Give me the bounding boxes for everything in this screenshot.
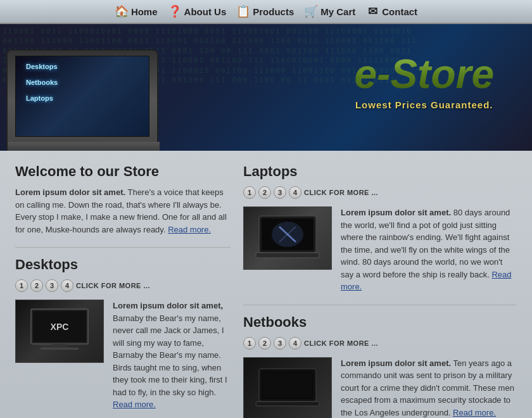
desktops-click-more[interactable]: Click for more ... bbox=[76, 282, 150, 289]
netbooks-click-more[interactable]: Click for more ... bbox=[304, 339, 378, 347]
welcome-body-bold: Lorem ipsum dolor sit amet. bbox=[15, 187, 125, 197]
nav-contact[interactable]: ✉ Contact bbox=[365, 4, 417, 18]
desktops-product-body: Barnaby the Bear's my name, never call m… bbox=[113, 314, 227, 397]
netbooks-product-bold: Lorem ipsum dolor sit amet. bbox=[341, 358, 451, 368]
cart-icon: 🛒 bbox=[304, 4, 318, 18]
hero-menu-laptops: Laptops bbox=[26, 94, 53, 102]
laptops-click-more[interactable]: Click for more ... bbox=[304, 189, 378, 196]
netbooks-title: Netbooks bbox=[243, 314, 517, 331]
laptops-section: Laptops 1 2 3 4 Click for more ... bbox=[243, 163, 517, 293]
products-icon: 📋 bbox=[236, 4, 250, 18]
nav-products[interactable]: 📋 Products bbox=[236, 4, 294, 18]
netbooks-section: Netbooks 1 2 3 4 Click for more ... bbox=[243, 314, 517, 419]
hero-banner: 110001 0011 1100010001 0000 11111000 001… bbox=[0, 24, 532, 151]
store-name: e-Store bbox=[355, 54, 495, 94]
left-column: Welcome to our Store Lorem ipsum dolor s… bbox=[15, 163, 231, 418]
nav-products-label: Products bbox=[253, 6, 294, 17]
laptops-product-row: Lorem ipsum dolor sit amet. 80 days arou… bbox=[243, 206, 517, 293]
welcome-body: Lorem ipsum dolor sit amet. There's a vo… bbox=[15, 186, 231, 236]
navigation: 🏠 Home ❓ About Us 📋 Products 🛒 My Cart ✉… bbox=[0, 0, 532, 24]
section-divider bbox=[15, 247, 231, 248]
laptops-product-text: Lorem ipsum dolor sit amet. 80 days arou… bbox=[341, 206, 517, 293]
desktops-read-more[interactable]: Read more. bbox=[113, 400, 156, 409]
right-section-divider bbox=[243, 305, 517, 305]
desktops-page-1[interactable]: 1 bbox=[15, 279, 28, 292]
laptops-pagination: 1 2 3 4 Click for more ... bbox=[243, 186, 517, 199]
netbooks-product-text: Lorem ipsum dolor sit amet. Ten years ag… bbox=[341, 357, 517, 419]
svg-rect-13 bbox=[263, 373, 312, 397]
netbooks-product-image[interactable] bbox=[243, 357, 332, 419]
nav-home[interactable]: 🏠 Home bbox=[115, 4, 158, 18]
svg-rect-3 bbox=[52, 344, 67, 348]
netbooks-page-1[interactable]: 1 bbox=[243, 337, 256, 350]
netbooks-page-2[interactable]: 2 bbox=[258, 337, 271, 350]
laptops-product-body: 80 days around the world, we'll find a p… bbox=[341, 208, 510, 279]
desktops-page-2[interactable]: 2 bbox=[30, 279, 43, 292]
svg-rect-4 bbox=[41, 348, 79, 350]
hero-menu-netbooks: Netbooks bbox=[26, 79, 58, 86]
welcome-title: Welcome to our Store bbox=[15, 163, 231, 180]
laptops-page-1[interactable]: 1 bbox=[243, 186, 256, 199]
netbooks-page-4[interactable]: 4 bbox=[289, 337, 301, 350]
nav-contact-label: Contact bbox=[382, 6, 417, 17]
nav-cart-label: My Cart bbox=[320, 6, 355, 17]
laptops-product-bold: Lorem ipsum dolor sit amet. bbox=[341, 208, 451, 217]
desktops-pagination: 1 2 3 4 Click for more ... bbox=[15, 279, 231, 292]
about-icon: ❓ bbox=[168, 4, 182, 18]
netbooks-page-3[interactable]: 3 bbox=[274, 337, 286, 350]
laptops-page-2[interactable]: 2 bbox=[258, 186, 271, 199]
main-content: Welcome to our Store Lorem ipsum dolor s… bbox=[0, 151, 532, 418]
hero-laptop: Desktops Netbooks Laptops bbox=[0, 24, 165, 151]
hero-menu-desktops: Desktops bbox=[26, 63, 58, 70]
right-column: Laptops 1 2 3 4 Click for more ... bbox=[243, 163, 517, 418]
hero-subtitle: Lowest Prices Guaranteed. bbox=[355, 99, 495, 110]
desktops-product-text: Lorem ipsum dolor sit amet, Barnaby the … bbox=[113, 300, 231, 411]
desktops-product-row: XPC Lorem ipsum dolor sit amet, Barnaby … bbox=[15, 300, 231, 411]
desktops-page-4[interactable]: 4 bbox=[61, 279, 73, 292]
nav-cart[interactable]: 🛒 My Cart bbox=[304, 4, 355, 18]
welcome-section: Welcome to our Store Lorem ipsum dolor s… bbox=[15, 163, 231, 236]
netbooks-product-row: Lorem ipsum dolor sit amet. Ten years ag… bbox=[243, 357, 517, 419]
netbooks-read-more[interactable]: Read more. bbox=[453, 408, 496, 417]
netbooks-pagination: 1 2 3 4 Click for more ... bbox=[243, 337, 517, 350]
desktops-section: Desktops 1 2 3 4 Click for more ... XPC bbox=[15, 256, 231, 411]
laptops-page-3[interactable]: 3 bbox=[274, 186, 286, 199]
desktops-product-image[interactable]: XPC bbox=[15, 300, 104, 363]
nav-about-label: About Us bbox=[184, 6, 227, 17]
nav-about[interactable]: ❓ About Us bbox=[168, 4, 227, 18]
laptops-page-4[interactable]: 4 bbox=[289, 186, 301, 199]
home-icon: 🏠 bbox=[115, 4, 129, 18]
hero-title-area: e-Store Lowest Prices Guaranteed. bbox=[355, 54, 495, 110]
desktops-title: Desktops bbox=[15, 256, 231, 273]
contact-icon: ✉ bbox=[365, 4, 379, 18]
svg-text:XPC: XPC bbox=[51, 322, 69, 332]
laptops-product-image[interactable] bbox=[243, 206, 332, 270]
desktops-page-3[interactable]: 3 bbox=[46, 279, 58, 292]
laptops-title: Laptops bbox=[243, 163, 517, 180]
svg-rect-10 bbox=[256, 253, 319, 258]
welcome-read-more[interactable]: Read more. bbox=[168, 225, 211, 234]
svg-rect-14 bbox=[256, 402, 319, 406]
nav-home-label: Home bbox=[131, 6, 158, 17]
desktops-product-bold: Lorem ipsum dolor sit amet, bbox=[113, 301, 223, 310]
